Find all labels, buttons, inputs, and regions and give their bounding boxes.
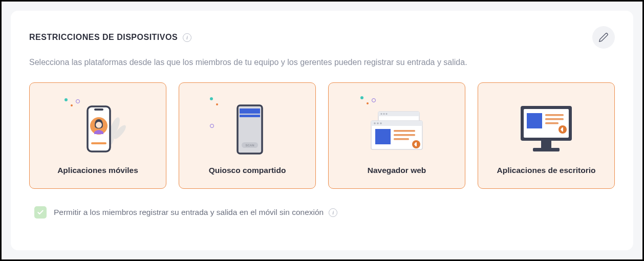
card-header: RESTRICCIONES DE DISPOSITIVOS i bbox=[29, 26, 615, 49]
svg-rect-34 bbox=[545, 118, 564, 120]
browser-illustration bbox=[336, 95, 458, 165]
section-subtitle: Selecciona las plataformas desde las que… bbox=[29, 58, 615, 67]
svg-point-6 bbox=[96, 122, 102, 128]
option-label: Aplicaciones móviles bbox=[57, 165, 138, 176]
device-restrictions-card: RESTRICCIONES DE DISPOSITIVOS i Seleccio… bbox=[11, 11, 633, 250]
svg-text:SCAN: SCAN bbox=[245, 144, 254, 147]
option-shared-kiosk[interactable]: SCAN Quiosco compartido bbox=[179, 82, 316, 189]
svg-rect-35 bbox=[545, 122, 559, 124]
option-desktop-apps[interactable]: Aplicaciones de escritorio bbox=[478, 82, 615, 189]
svg-point-17 bbox=[385, 113, 387, 114]
svg-rect-19 bbox=[371, 121, 422, 126]
option-web-browser[interactable]: Navegador web bbox=[328, 82, 465, 189]
offline-label-text: Permitir a los miembros registrar su ent… bbox=[54, 208, 324, 217]
svg-rect-9 bbox=[240, 108, 260, 114]
svg-rect-24 bbox=[394, 130, 415, 132]
svg-rect-10 bbox=[240, 115, 260, 117]
svg-rect-4 bbox=[94, 108, 103, 111]
svg-point-16 bbox=[383, 113, 384, 114]
svg-point-21 bbox=[377, 122, 379, 124]
section-title: RESTRICCIONES DE DISPOSITIVOS bbox=[29, 33, 178, 42]
svg-rect-33 bbox=[545, 114, 564, 116]
platform-options-row: Aplicaciones móviles SCAN Quiosco bbox=[29, 82, 615, 189]
option-label: Quiosco compartido bbox=[209, 165, 286, 176]
checkmark-icon bbox=[37, 209, 44, 216]
svg-rect-7 bbox=[91, 142, 106, 144]
kiosk-illustration: SCAN bbox=[186, 95, 308, 165]
info-icon[interactable]: i bbox=[329, 208, 337, 217]
option-mobile-apps[interactable]: Aplicaciones móviles bbox=[29, 82, 166, 189]
pencil-icon bbox=[598, 32, 609, 42]
svg-point-22 bbox=[380, 122, 382, 124]
offline-checkbox[interactable] bbox=[34, 206, 47, 219]
title-group: RESTRICCIONES DE DISPOSITIVOS i bbox=[29, 33, 191, 42]
option-label: Navegador web bbox=[368, 165, 426, 176]
svg-rect-30 bbox=[541, 141, 551, 148]
svg-rect-25 bbox=[394, 134, 415, 136]
option-label: Aplicaciones de escritorio bbox=[497, 165, 596, 176]
desktop-illustration bbox=[485, 95, 607, 165]
info-icon[interactable]: i bbox=[183, 33, 191, 42]
svg-rect-31 bbox=[533, 148, 560, 151]
svg-rect-32 bbox=[527, 113, 542, 128]
svg-rect-23 bbox=[375, 129, 391, 144]
svg-point-15 bbox=[380, 113, 382, 114]
svg-rect-26 bbox=[394, 138, 409, 140]
edit-button[interactable] bbox=[592, 26, 615, 49]
offline-checkbox-row: Permitir a los miembros registrar su ent… bbox=[34, 206, 615, 219]
offline-checkbox-label: Permitir a los miembros registrar su ent… bbox=[54, 208, 337, 217]
svg-point-20 bbox=[374, 122, 376, 124]
mobile-illustration bbox=[37, 95, 159, 165]
